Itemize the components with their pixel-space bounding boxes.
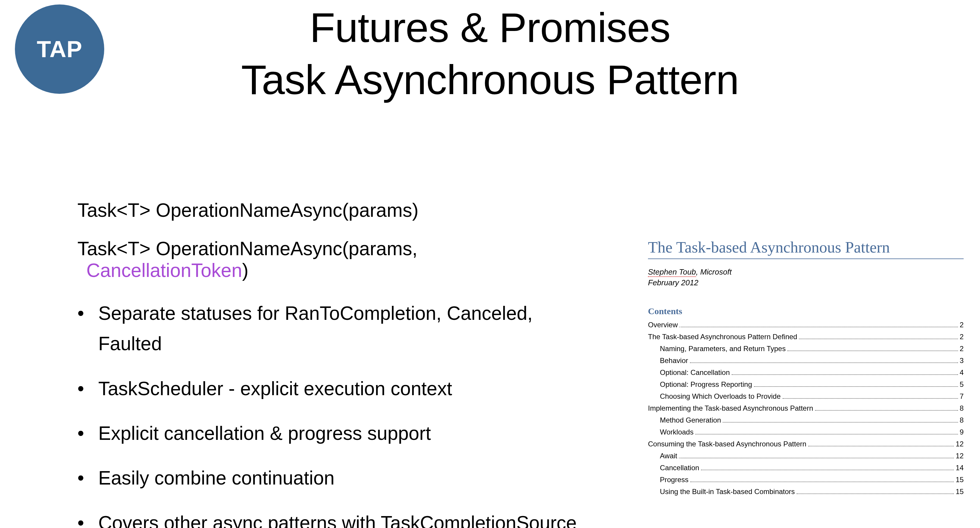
- toc-page: 14: [956, 464, 964, 472]
- doc-author-rest: , Microsoft: [696, 267, 732, 276]
- toc-leader: [723, 422, 958, 423]
- toc-page: 4: [960, 368, 964, 377]
- sig2-prefix: Task<T> OperationNameAsync(params,: [78, 238, 417, 259]
- toc-page: 5: [960, 380, 964, 389]
- toc-label: Choosing Which Overloads to Provide: [660, 392, 781, 401]
- toc-label: The Task-based Asynchronous Pattern Defi…: [648, 332, 797, 341]
- toc-entry: Overview2: [648, 321, 964, 329]
- bullet-item: Separate statuses for RanToCompletion, C…: [78, 298, 584, 359]
- toc-entry: Optional: Progress Reporting5: [648, 380, 964, 389]
- bullet-list: Separate statuses for RanToCompletion, C…: [78, 298, 584, 528]
- sig2-highlight: CancellationToken: [86, 260, 242, 281]
- toc-entry: Method Generation8: [648, 416, 964, 425]
- toc-label: Using the Built-in Task-based Combinator…: [660, 488, 795, 496]
- toc-entry: Workloads9: [648, 428, 964, 436]
- toc-entry: Behavior3: [648, 356, 964, 365]
- toc-leader: [701, 470, 954, 470]
- slide: TAP Futures & Promises Task Asynchronous…: [0, 0, 980, 528]
- toc-entry: Using the Built-in Task-based Combinator…: [648, 488, 964, 496]
- sig2-suffix: ): [242, 260, 248, 281]
- toc-entry: Naming, Parameters, and Return Types2: [648, 345, 964, 353]
- toc-page: 15: [956, 476, 964, 484]
- toc-page: 8: [960, 416, 964, 425]
- embedded-document: The Task-based Asynchronous Pattern Step…: [648, 238, 964, 499]
- toc-leader: [679, 327, 958, 327]
- toc-label: Cancellation: [660, 464, 699, 472]
- toc-page: 9: [960, 428, 964, 436]
- toc-page: 7: [960, 392, 964, 401]
- toc-entry: Optional: Cancellation4: [648, 368, 964, 377]
- doc-meta: Stephen Toub, Microsoft February 2012: [648, 267, 964, 288]
- toc-label: Progress: [660, 476, 689, 484]
- toc-page: 8: [960, 404, 964, 412]
- bullet-item: Explicit cancellation & progress support: [78, 418, 584, 448]
- toc-page: 12: [956, 452, 964, 460]
- toc-label: Overview: [648, 321, 678, 329]
- toc-leader: [695, 434, 958, 434]
- toc-entry: Cancellation14: [648, 464, 964, 472]
- toc-page: 15: [956, 488, 964, 496]
- toc-page: 2: [960, 321, 964, 329]
- bullet-item: TaskScheduler - explicit execution conte…: [78, 374, 584, 404]
- toc-leader: [679, 458, 954, 458]
- toc-page: 2: [960, 332, 964, 341]
- toc-page: 3: [960, 356, 964, 365]
- toc-label: Implementing the Task-based Asynchronous…: [648, 404, 813, 412]
- toc-leader: [788, 350, 958, 351]
- toc-label: Consuming the Task-based Asynchronous Pa…: [648, 440, 807, 448]
- toc-entry: Consuming the Task-based Asynchronous Pa…: [648, 440, 964, 448]
- doc-date: February 2012: [648, 277, 964, 288]
- doc-title: The Task-based Asynchronous Pattern: [648, 238, 964, 259]
- toc-label: Behavior: [660, 356, 688, 365]
- method-signature-1: Task<T> OperationNameAsync(params): [78, 200, 584, 221]
- toc-entry: Implementing the Task-based Asynchronous…: [648, 404, 964, 412]
- toc-entry: The Task-based Asynchronous Pattern Defi…: [648, 332, 964, 341]
- toc-leader: [808, 446, 954, 446]
- toc-label: Workloads: [660, 428, 694, 436]
- toc-entry: Choosing Which Overloads to Provide7: [648, 392, 964, 401]
- doc-author-name: Stephen Toub: [648, 267, 696, 277]
- body-column: Task<T> OperationNameAsync(params) Task<…: [78, 200, 584, 528]
- toc-leader: [797, 493, 954, 494]
- toc-leader: [815, 410, 958, 411]
- toc-entry: Progress15: [648, 476, 964, 484]
- title-line-1: Futures & Promises: [0, 2, 980, 54]
- table-of-contents: Overview2The Task-based Asynchronous Pat…: [648, 321, 964, 496]
- toc-leader: [799, 339, 958, 339]
- toc-label: Optional: Cancellation: [660, 368, 730, 377]
- toc-leader: [690, 482, 954, 482]
- toc-page: 2: [960, 345, 964, 353]
- toc-leader: [754, 386, 958, 387]
- bullet-item: Covers other async patterns with TaskCom…: [78, 508, 584, 528]
- method-signature-2: Task<T> OperationNameAsync(params, Cance…: [78, 238, 584, 282]
- toc-label: Optional: Progress Reporting: [660, 380, 752, 389]
- toc-leader: [690, 363, 958, 363]
- toc-leader: [783, 398, 958, 399]
- contents-heading: Contents: [648, 306, 964, 316]
- toc-label: Naming, Parameters, and Return Types: [660, 345, 786, 353]
- slide-title: Futures & Promises Task Asynchronous Pat…: [0, 2, 980, 106]
- toc-label: Method Generation: [660, 416, 721, 425]
- toc-page: 12: [956, 440, 964, 448]
- toc-entry: Await12: [648, 452, 964, 460]
- toc-label: Await: [660, 452, 677, 460]
- title-line-2: Task Asynchronous Pattern: [0, 54, 980, 106]
- toc-leader: [732, 374, 958, 375]
- bullet-item: Easily combine continuation: [78, 463, 584, 493]
